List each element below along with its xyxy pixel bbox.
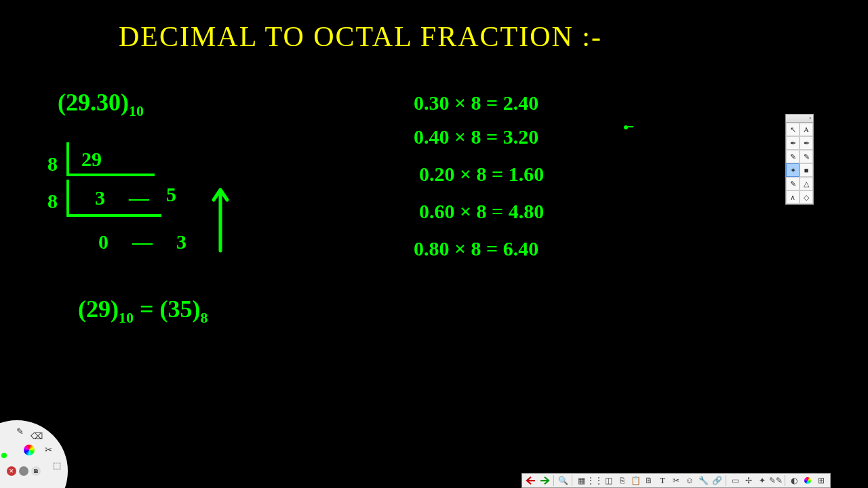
divisor-1: 8: [47, 152, 58, 176]
doc-button[interactable]: 🗎: [643, 474, 655, 487]
radial-page-button[interactable]: 🗎: [31, 466, 41, 476]
crop-button[interactable]: ◫: [602, 474, 614, 487]
divisor-2: 8: [47, 190, 58, 213]
radial-disc-button[interactable]: [19, 466, 28, 476]
integer-result: (29)10 = (35)8: [78, 295, 208, 327]
apps-button[interactable]: ⊞: [815, 474, 827, 487]
text-button[interactable]: T: [656, 474, 669, 487]
shapes-button[interactable]: ▭: [729, 474, 741, 487]
tool-diamond[interactable]: ◇: [800, 190, 813, 204]
grid-button[interactable]: ▦: [575, 474, 587, 487]
division-bar-1: [66, 142, 155, 176]
tool-up[interactable]: ∧: [786, 190, 800, 204]
fraction-step-4: 0.60 × 8 = 4.80: [419, 200, 544, 223]
radial-tool-2[interactable]: ⌫: [31, 430, 43, 443]
dots-button[interactable]: ⋮⋮: [589, 474, 601, 487]
tool-text[interactable]: A: [800, 123, 813, 136]
tools-palette[interactable]: × ↖A ✒✒ ✎✎ ✦■ ✎△ ∧◇: [785, 114, 814, 205]
undo-button[interactable]: [525, 474, 537, 487]
fraction-step-3: 0.20 × 8 = 1.60: [419, 163, 544, 186]
effects-button[interactable]: ✦: [756, 474, 768, 487]
paste-button[interactable]: 📋: [629, 474, 642, 487]
separator: [785, 475, 785, 486]
quotient-2: 0: [98, 230, 108, 253]
page-title: DECIMAL TO OCTAL FRACTION :-: [119, 20, 602, 53]
bottom-toolbar[interactable]: 🔍 ▦ ⋮⋮ ◫ ⎘ 📋 🗎 T ✂ ☺ 🔧 🔗 ▭ ✢ ✦ ✎✎ ◐ ⊞: [521, 473, 831, 488]
dash-2: —: [132, 230, 153, 253]
radial-close-button[interactable]: ✕: [7, 466, 16, 476]
separator: [726, 475, 726, 486]
radial-tool-3[interactable]: ✂: [42, 444, 54, 456]
separator: [553, 475, 554, 486]
palette-header[interactable]: ×: [786, 115, 813, 123]
dash-1: —: [129, 186, 149, 209]
remainder-1: 5: [166, 183, 176, 206]
up-arrow-icon: [207, 176, 234, 258]
fraction-step-1: 0.30 × 8 = 2.40: [414, 92, 538, 115]
redo-button[interactable]: [538, 474, 551, 487]
radial-tool-4[interactable]: ⬚: [51, 460, 63, 472]
tool-shape[interactable]: △: [800, 177, 813, 190]
contrast-button[interactable]: ◐: [788, 474, 800, 487]
tool-highlighter[interactable]: ✦: [786, 163, 800, 177]
quotient-1: 3: [95, 186, 105, 209]
tool-brush[interactable]: ✎: [786, 177, 800, 190]
tool-pen-2[interactable]: ✒: [800, 136, 813, 150]
separator: [572, 475, 572, 486]
dividend: 29: [81, 148, 102, 171]
copy-button[interactable]: ⎘: [616, 474, 628, 487]
pens-button[interactable]: ✎✎: [770, 474, 782, 487]
radial-tool-1[interactable]: ✎: [14, 426, 26, 438]
link-button[interactable]: 🔗: [711, 474, 723, 487]
tools-button[interactable]: 🔧: [697, 474, 709, 487]
emoji-button[interactable]: ☺: [684, 474, 696, 487]
tool-pencil-2[interactable]: ✎: [800, 150, 813, 163]
arrows-button[interactable]: ✢: [743, 474, 755, 487]
radial-menu[interactable]: ✎ ⌫ ✂ ⬚ ✕ 🗎: [0, 420, 68, 488]
close-icon[interactable]: ×: [808, 115, 812, 121]
fraction-step-5: 0.80 × 8 = 6.40: [414, 237, 538, 260]
zoom-button[interactable]: 🔍: [557, 474, 569, 487]
tool-fill[interactable]: ■: [800, 163, 813, 177]
input-number: (29.30)10: [58, 88, 144, 120]
color-wheel-icon[interactable]: [24, 445, 35, 455]
tool-pencil-1[interactable]: ✎: [786, 150, 800, 163]
tool-pen-1[interactable]: ✒: [786, 136, 800, 150]
tool-pointer[interactable]: ↖: [786, 123, 800, 136]
pen-cursor: [624, 125, 628, 129]
radial-color-green[interactable]: [1, 453, 7, 458]
cut-button[interactable]: ✂: [670, 474, 682, 487]
remainder-2: 3: [176, 230, 186, 253]
fraction-step-2: 0.40 × 8 = 3.20: [414, 125, 538, 148]
color-button[interactable]: [802, 474, 814, 487]
